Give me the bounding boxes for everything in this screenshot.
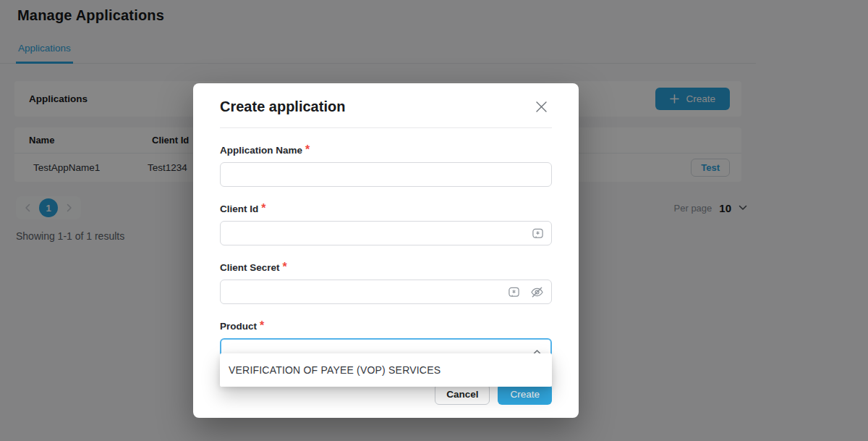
modal-header: Create application: [220, 83, 552, 115]
modal-title: Create application: [220, 98, 345, 115]
application-name-input[interactable]: [220, 162, 552, 187]
product-label: Product: [220, 321, 257, 332]
application-name-input-wrap: [220, 162, 552, 187]
client-secret-input-wrap: [220, 280, 552, 304]
autofill-icon[interactable]: [508, 286, 520, 298]
modal-create-button[interactable]: Create: [498, 384, 552, 405]
product-dropdown: VERIFICATION OF PAYEE (VOP) SERVICES: [220, 353, 552, 387]
eye-off-icon[interactable]: [530, 286, 544, 298]
client-secret-group: Client Secret*: [220, 261, 552, 304]
required-marker: *: [261, 202, 265, 214]
client-id-label: Client Id: [220, 203, 258, 214]
application-name-label: Application Name: [220, 145, 302, 156]
required-marker: *: [260, 319, 264, 332]
client-secret-input[interactable]: [220, 280, 552, 304]
client-id-input[interactable]: [220, 221, 552, 245]
dropdown-option-vop-services[interactable]: VERIFICATION OF PAYEE (VOP) SERVICES: [229, 364, 441, 376]
client-secret-label: Client Secret: [220, 262, 280, 273]
client-id-group: Client Id*: [220, 202, 552, 245]
create-application-modal: Create application Application Name* Cli…: [193, 83, 579, 418]
required-marker: *: [305, 143, 310, 156]
modal-footer: Cancel Create: [435, 384, 552, 405]
close-icon[interactable]: [534, 99, 549, 114]
client-id-input-wrap: [220, 221, 552, 245]
autofill-icon[interactable]: [532, 227, 544, 240]
cancel-button[interactable]: Cancel: [435, 384, 490, 405]
modal-divider: [220, 127, 552, 128]
application-name-group: Application Name*: [220, 143, 552, 187]
required-marker: *: [283, 261, 287, 273]
